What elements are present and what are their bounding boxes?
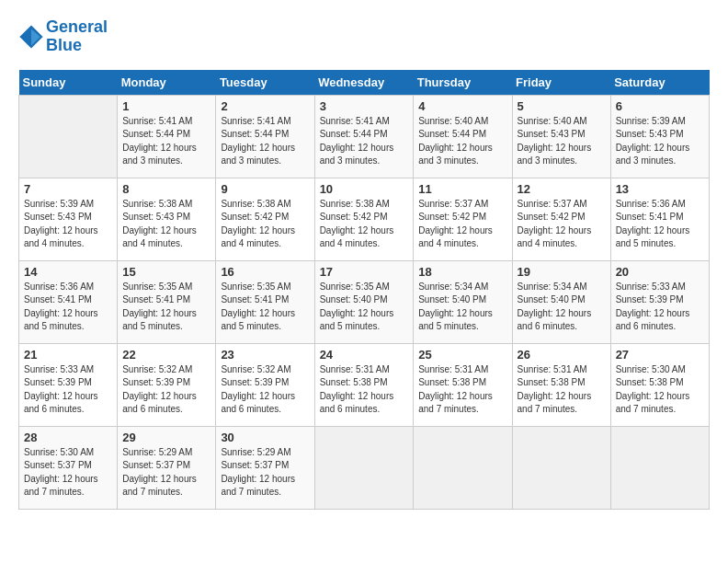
day-cell bbox=[512, 426, 610, 509]
day-cell: 21Sunrise: 5:33 AM Sunset: 5:39 PM Dayli… bbox=[19, 343, 118, 426]
day-info: Sunrise: 5:40 AM Sunset: 5:43 PM Dayligh… bbox=[518, 115, 606, 168]
day-number: 24 bbox=[320, 348, 409, 362]
day-number: 23 bbox=[221, 348, 309, 362]
day-cell: 26Sunrise: 5:31 AM Sunset: 5:38 PM Dayli… bbox=[512, 343, 610, 426]
day-info: Sunrise: 5:29 AM Sunset: 5:37 PM Dayligh… bbox=[122, 446, 210, 500]
day-info: Sunrise: 5:38 AM Sunset: 5:42 PM Dayligh… bbox=[320, 198, 409, 251]
day-cell: 15Sunrise: 5:35 AM Sunset: 5:41 PM Dayli… bbox=[118, 260, 216, 343]
day-info: Sunrise: 5:30 AM Sunset: 5:37 PM Dayligh… bbox=[24, 446, 112, 500]
day-cell bbox=[19, 95, 118, 178]
day-cell: 12Sunrise: 5:37 AM Sunset: 5:42 PM Dayli… bbox=[512, 178, 610, 260]
day-cell: 19Sunrise: 5:34 AM Sunset: 5:40 PM Dayli… bbox=[512, 260, 610, 343]
header-thursday: Thursday bbox=[414, 70, 512, 96]
day-number: 25 bbox=[418, 348, 506, 362]
week-row-3: 14Sunrise: 5:36 AM Sunset: 5:41 PM Dayli… bbox=[19, 260, 710, 343]
logo-text: General Blue bbox=[46, 18, 108, 55]
day-info: Sunrise: 5:33 AM Sunset: 5:39 PM Dayligh… bbox=[616, 281, 704, 334]
day-number: 20 bbox=[616, 265, 704, 279]
day-info: Sunrise: 5:34 AM Sunset: 5:40 PM Dayligh… bbox=[418, 281, 506, 334]
header-saturday: Saturday bbox=[610, 70, 709, 96]
day-info: Sunrise: 5:35 AM Sunset: 5:41 PM Dayligh… bbox=[122, 281, 210, 334]
day-info: Sunrise: 5:32 AM Sunset: 5:39 PM Dayligh… bbox=[122, 363, 210, 417]
day-info: Sunrise: 5:36 AM Sunset: 5:41 PM Dayligh… bbox=[616, 198, 704, 251]
day-number: 29 bbox=[122, 431, 210, 444]
day-info: Sunrise: 5:41 AM Sunset: 5:44 PM Dayligh… bbox=[221, 115, 309, 168]
day-info: Sunrise: 5:37 AM Sunset: 5:42 PM Dayligh… bbox=[518, 198, 606, 251]
day-number: 22 bbox=[122, 348, 210, 362]
page-header: General Blue bbox=[18, 18, 710, 55]
day-info: Sunrise: 5:31 AM Sunset: 5:38 PM Dayligh… bbox=[518, 363, 606, 417]
day-info: Sunrise: 5:32 AM Sunset: 5:39 PM Dayligh… bbox=[221, 363, 309, 417]
day-number: 9 bbox=[221, 182, 309, 196]
day-cell: 28Sunrise: 5:30 AM Sunset: 5:37 PM Dayli… bbox=[19, 426, 118, 509]
day-info: Sunrise: 5:31 AM Sunset: 5:38 PM Dayligh… bbox=[320, 363, 409, 417]
day-info: Sunrise: 5:41 AM Sunset: 5:44 PM Dayligh… bbox=[122, 115, 210, 168]
day-info: Sunrise: 5:33 AM Sunset: 5:39 PM Dayligh… bbox=[24, 363, 112, 417]
day-cell: 2Sunrise: 5:41 AM Sunset: 5:44 PM Daylig… bbox=[216, 95, 314, 178]
week-row-4: 21Sunrise: 5:33 AM Sunset: 5:39 PM Dayli… bbox=[19, 343, 710, 426]
day-info: Sunrise: 5:40 AM Sunset: 5:44 PM Dayligh… bbox=[418, 115, 506, 168]
day-cell: 14Sunrise: 5:36 AM Sunset: 5:41 PM Dayli… bbox=[19, 260, 118, 343]
day-cell bbox=[610, 426, 709, 509]
header-friday: Friday bbox=[512, 70, 610, 96]
day-cell: 23Sunrise: 5:32 AM Sunset: 5:39 PM Dayli… bbox=[216, 343, 314, 426]
day-cell: 29Sunrise: 5:29 AM Sunset: 5:37 PM Dayli… bbox=[118, 426, 216, 509]
day-number: 4 bbox=[418, 99, 506, 113]
day-cell: 9Sunrise: 5:38 AM Sunset: 5:42 PM Daylig… bbox=[216, 178, 314, 260]
day-cell: 1Sunrise: 5:41 AM Sunset: 5:44 PM Daylig… bbox=[118, 95, 216, 178]
day-info: Sunrise: 5:37 AM Sunset: 5:42 PM Dayligh… bbox=[418, 198, 506, 251]
day-cell: 3Sunrise: 5:41 AM Sunset: 5:44 PM Daylig… bbox=[314, 95, 414, 178]
header-wednesday: Wednesday bbox=[314, 70, 414, 96]
day-number: 6 bbox=[616, 99, 704, 113]
logo: General Blue bbox=[18, 18, 108, 55]
day-number: 10 bbox=[320, 182, 409, 196]
day-info: Sunrise: 5:35 AM Sunset: 5:41 PM Dayligh… bbox=[221, 281, 309, 334]
day-cell: 10Sunrise: 5:38 AM Sunset: 5:42 PM Dayli… bbox=[314, 178, 414, 260]
day-info: Sunrise: 5:36 AM Sunset: 5:41 PM Dayligh… bbox=[24, 281, 112, 334]
day-cell: 17Sunrise: 5:35 AM Sunset: 5:40 PM Dayli… bbox=[314, 260, 414, 343]
day-number: 13 bbox=[616, 182, 704, 196]
day-number: 5 bbox=[518, 99, 606, 113]
day-info: Sunrise: 5:34 AM Sunset: 5:40 PM Dayligh… bbox=[518, 281, 606, 334]
day-cell: 7Sunrise: 5:39 AM Sunset: 5:43 PM Daylig… bbox=[19, 178, 118, 260]
day-number: 18 bbox=[418, 265, 506, 279]
day-cell: 30Sunrise: 5:29 AM Sunset: 5:37 PM Dayli… bbox=[216, 426, 314, 509]
day-cell: 27Sunrise: 5:30 AM Sunset: 5:38 PM Dayli… bbox=[610, 343, 709, 426]
day-info: Sunrise: 5:30 AM Sunset: 5:38 PM Dayligh… bbox=[616, 363, 704, 417]
header-tuesday: Tuesday bbox=[216, 70, 314, 96]
day-cell: 18Sunrise: 5:34 AM Sunset: 5:40 PM Dayli… bbox=[414, 260, 512, 343]
day-number: 8 bbox=[122, 182, 210, 196]
day-cell: 16Sunrise: 5:35 AM Sunset: 5:41 PM Dayli… bbox=[216, 260, 314, 343]
day-number: 2 bbox=[221, 99, 309, 113]
header-sunday: Sunday bbox=[19, 70, 118, 96]
day-number: 1 bbox=[122, 99, 210, 113]
day-number: 3 bbox=[320, 99, 409, 113]
day-cell: 13Sunrise: 5:36 AM Sunset: 5:41 PM Dayli… bbox=[610, 178, 709, 260]
day-cell: 22Sunrise: 5:32 AM Sunset: 5:39 PM Dayli… bbox=[118, 343, 216, 426]
day-info: Sunrise: 5:38 AM Sunset: 5:42 PM Dayligh… bbox=[221, 198, 309, 251]
day-number: 21 bbox=[24, 348, 112, 362]
day-info: Sunrise: 5:35 AM Sunset: 5:40 PM Dayligh… bbox=[320, 281, 409, 334]
calendar-table: SundayMondayTuesdayWednesdayThursdayFrid… bbox=[18, 70, 710, 510]
header-row: SundayMondayTuesdayWednesdayThursdayFrid… bbox=[19, 70, 710, 96]
day-number: 7 bbox=[24, 182, 112, 196]
week-row-5: 28Sunrise: 5:30 AM Sunset: 5:37 PM Dayli… bbox=[19, 426, 710, 509]
day-number: 14 bbox=[24, 265, 112, 279]
day-info: Sunrise: 5:31 AM Sunset: 5:38 PM Dayligh… bbox=[418, 363, 506, 417]
day-number: 27 bbox=[616, 348, 704, 362]
day-cell: 5Sunrise: 5:40 AM Sunset: 5:43 PM Daylig… bbox=[512, 95, 610, 178]
day-cell bbox=[414, 426, 512, 509]
day-cell bbox=[314, 426, 414, 509]
day-info: Sunrise: 5:29 AM Sunset: 5:37 PM Dayligh… bbox=[221, 446, 309, 500]
day-cell: 24Sunrise: 5:31 AM Sunset: 5:38 PM Dayli… bbox=[314, 343, 414, 426]
day-number: 11 bbox=[418, 182, 506, 196]
day-cell: 4Sunrise: 5:40 AM Sunset: 5:44 PM Daylig… bbox=[414, 95, 512, 178]
day-info: Sunrise: 5:39 AM Sunset: 5:43 PM Dayligh… bbox=[616, 115, 704, 168]
week-row-2: 7Sunrise: 5:39 AM Sunset: 5:43 PM Daylig… bbox=[19, 178, 710, 260]
day-cell: 20Sunrise: 5:33 AM Sunset: 5:39 PM Dayli… bbox=[610, 260, 709, 343]
day-info: Sunrise: 5:38 AM Sunset: 5:43 PM Dayligh… bbox=[122, 198, 210, 251]
day-number: 19 bbox=[518, 265, 606, 279]
day-cell: 11Sunrise: 5:37 AM Sunset: 5:42 PM Dayli… bbox=[414, 178, 512, 260]
day-info: Sunrise: 5:41 AM Sunset: 5:44 PM Dayligh… bbox=[320, 115, 409, 168]
day-cell: 6Sunrise: 5:39 AM Sunset: 5:43 PM Daylig… bbox=[610, 95, 709, 178]
